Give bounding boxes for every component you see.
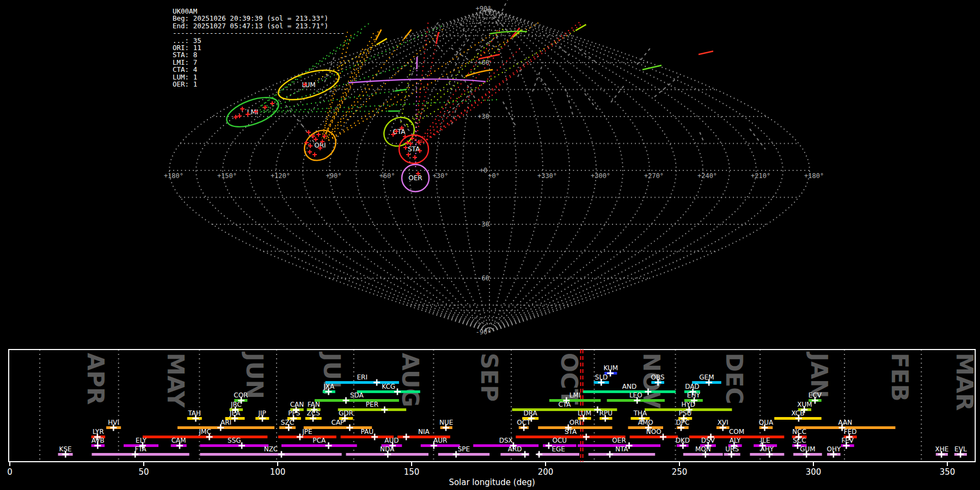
shower-bar-EGE [537,453,579,456]
axis-tick-label: 0 [7,467,13,477]
axis-tick-label: 50 [138,467,149,477]
shower-bar-NZC [200,453,341,456]
shower-bar-SSG [200,444,268,447]
shower-label-NIA: NIA [418,428,430,436]
shower-label-QUA: QUA [759,419,774,426]
shower-bar-FTA [92,453,189,456]
shower-label-DSX: DSX [499,437,513,444]
shower-label-STA: STA [565,428,577,436]
shower-label-AMO: AMO [638,419,653,426]
shower-bar-DSX [473,444,538,447]
header-line: CTA: 4 [173,66,345,73]
shower-bar-KCG [357,390,420,393]
shower-bar-SDA [315,399,399,402]
activity-timeline: APRMAYJUNJULAUGSEPOCTNOVDECJANFEBMARKUME… [0,0,980,490]
axis-title: Solar longitude (deg) [449,477,535,487]
shower-label-FEV: FEV [841,437,854,444]
shower-label-CAN: CAN [290,401,304,408]
shower-label-GEM: GEM [699,373,714,381]
shower-label-NTA: NTA [615,445,628,453]
shower-label-XCB: XCB [791,409,804,417]
shower-label-SSG: SSG [228,437,241,444]
shower-bar-NTA [589,453,656,456]
shower-row: HVIARISZCCAPNUEOCTORIAMODPCXVIQUAAAN [106,419,895,431]
header-line: ...: 35 [173,37,345,44]
header-line: OER: 1 [173,81,345,88]
shower-label-NZC: NZC [264,445,278,453]
month-label: AUG [397,353,424,407]
shower-label-FED: FED [844,428,857,436]
shower-label-LEO: LEO [629,391,642,399]
axis-tick-label: 250 [672,467,688,477]
shower-label-AAN: AAN [838,419,852,426]
shower-label-OCU: OCU [553,437,567,444]
shower-label-COM: COM [729,428,744,436]
shower-label-NOO: NOO [646,428,661,436]
shower-label-PSU: PSU [679,409,692,417]
shower-label-LMI: LMI [569,391,581,399]
shower-bar-SPE [438,453,489,456]
shower-label-ARD: ARD [508,445,522,453]
month-label: DEC [721,353,748,404]
shower-label-AHY: AHY [761,445,774,453]
shower-label-AUR: AUR [433,437,447,444]
shower-label-DRA: DRA [524,409,538,417]
shower-label-THA: THA [633,409,647,417]
shower-row: LYRJMCJPEPAUNIASTANOOCOMNCCFED [91,428,857,440]
shower-row: AVBELYCAMSSGPCAAUDAURDSXOCUOERDKDDSVALYJ… [91,437,854,449]
shower-label-JLE: JLE [760,437,770,444]
shower-label-TAH: TAH [187,409,201,417]
shower-label-EGE: EGE [552,445,565,453]
header-line: End: 20251027 05:47:13 (sol = 213.71°) [173,22,345,29]
header-line: ----------------------------------------… [173,29,345,36]
shower-label-SZC: SZC [281,419,294,426]
shower-bar-JMC [143,436,267,438]
shower-label-SCC: SCC [793,437,806,444]
header-line: UK00AM [173,8,345,15]
shower-bar-STA [516,436,625,438]
axis-tick-label: 200 [538,467,554,477]
shower-label-AUD: AUD [384,437,399,444]
shower-bar-AUR [421,444,460,447]
month-label: MAY [162,353,189,408]
header-line: LUM: 1 [173,74,345,81]
shower-label-MON: MON [695,445,711,453]
shower-label-PCA: PCA [313,437,326,444]
month-label: SEP [476,353,503,402]
axis-tick-label: 150 [404,467,420,477]
shower-label-OER: OER [612,437,626,444]
shower-label-GUM: GUM [800,445,815,453]
shower-label-PER: PER [366,401,378,408]
shower-bar-NOO [629,436,678,438]
shower-label-ORI: ORI [569,419,581,426]
shower-label-CTA: CTA [558,401,571,408]
shower-label-SPE: SPE [458,445,470,453]
shower-row: KSEFTANZCNDASPEARDEGENTAMONURSAHYGUMOHYX… [58,445,967,458]
shower-label-GDR: GDR [339,409,353,417]
x-axis: 050100150200250300350Solar longitude (de… [7,462,955,487]
shower-label-KCG: KCG [382,383,395,390]
header-line: LMI: 7 [173,59,345,66]
session-header: UK00AMBeg: 20251026 20:39:39 (sol = 213.… [173,8,345,88]
shower-bar-LMI [549,399,601,402]
shower-label-ELY: ELY [136,437,147,444]
shower-label-JPE: JPE [302,428,312,436]
shower-label-ERI: ERI [357,373,367,381]
shower-bar-PCA [281,444,357,447]
header-line: STA: 8 [173,51,345,58]
month-label: MAR [951,353,978,411]
header-line: Beg: 20251026 20:39:39 (sol = 213.33°) [173,15,345,22]
shower-label-AND: AND [622,383,636,390]
header-line: ORI: 11 [173,44,345,51]
axis-tick-label: 300 [806,467,822,477]
shower-label-CAM: CAM [171,437,186,444]
month-label: FEB [886,353,913,401]
shower-label-HYD: HYD [681,401,695,408]
shower-label-ARI: ARI [220,419,231,426]
shower-label-SDA: SDA [350,391,364,399]
meteor-radiant-app: +180°+150°+120°+90°+60°+30°+0°+330°+300°… [0,0,980,490]
shower-label-ALY: ALY [730,437,741,444]
month-label: APR [82,353,109,405]
shower-bar-JPE [278,436,336,438]
shower-label-LUM: LUM [578,409,591,417]
